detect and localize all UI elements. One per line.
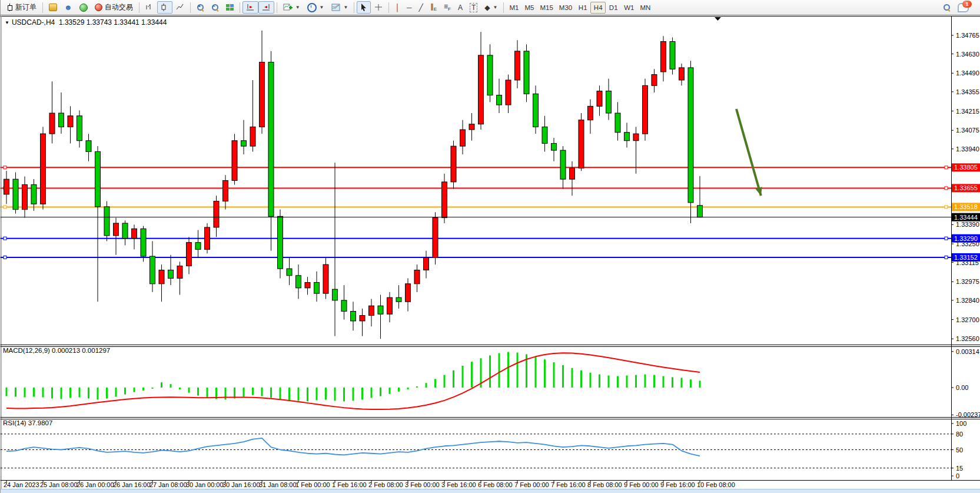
search-icon [943, 4, 951, 11]
shapes-icon: ◆ [484, 4, 490, 12]
zoom-out-button[interactable]: − [208, 1, 222, 14]
timeframe-group: M1M5M15M30H1H4D1W1MN [506, 2, 653, 14]
dropdown-arrow-icon: ▼ [295, 5, 300, 10]
svg-text:9 Feb 16:00: 9 Feb 16:00 [660, 481, 695, 488]
auto-scroll-button[interactable] [242, 1, 258, 14]
timeframe-w1-button[interactable]: W1 [621, 2, 637, 14]
arrows-tool-button[interactable]: ◆▼ [481, 1, 501, 14]
timeframe-m5-button[interactable]: M5 [521, 2, 537, 14]
zoom-in-button[interactable]: + [193, 1, 208, 14]
clock-icon [307, 3, 317, 12]
svg-text:30 Jan 00:00: 30 Jan 00:00 [186, 481, 224, 488]
notifications-button[interactable]: 1 [954, 1, 972, 14]
svg-text:31 Jan 08:00: 31 Jan 08:00 [259, 481, 297, 488]
search-button[interactable] [939, 1, 954, 14]
channel-tool-button[interactable]: ∥E [427, 1, 440, 14]
autotrade-button[interactable]: 自动交易 [91, 1, 137, 14]
svg-text:25 Jan 08:00: 25 Jan 08:00 [40, 481, 78, 488]
svg-text:1.34355: 1.34355 [956, 88, 979, 95]
new-chart-icon [283, 4, 293, 12]
zoom-in-icon: + [197, 4, 204, 11]
svg-text:-0.002376: -0.002376 [956, 411, 980, 418]
trading-app-window: 新订单 ☻ 自动交易 + − ▼ ▼ ▼ │ ─ ╱ ∥E ≡F A [0, 0, 980, 493]
chat-bubble-icon: 1 [958, 3, 969, 12]
timeframe-m15-button[interactable]: M15 [537, 2, 556, 14]
timeframe-mn-button[interactable]: MN [637, 2, 653, 14]
svg-text:26 Jan 16:00: 26 Jan 16:00 [113, 481, 151, 488]
timeframe-m30-button[interactable]: M30 [556, 2, 575, 14]
trendline-tool-button[interactable]: ╱ [415, 1, 426, 14]
fibonacci-tool-button[interactable]: ≡F [440, 1, 454, 14]
market-watch-button[interactable] [45, 1, 61, 14]
svg-text:1.34490: 1.34490 [956, 70, 979, 77]
dropdown-arrow-icon: ▼ [320, 5, 324, 10]
timeframe-h1-button[interactable]: H1 [575, 2, 590, 14]
new-chart-button[interactable]: ▼ [280, 1, 304, 14]
candlestick-chart-button[interactable] [157, 1, 172, 14]
horizontal-line-tool-button[interactable]: ─ [403, 1, 416, 14]
svg-text:24 Jan 2023: 24 Jan 2023 [4, 481, 39, 488]
svg-text:8 Feb 08:00: 8 Feb 08:00 [587, 481, 622, 488]
vertical-line-tool-button[interactable]: │ [391, 1, 403, 14]
chart-shift-icon [262, 4, 271, 11]
svg-text:2 Feb 08:00: 2 Feb 08:00 [368, 481, 403, 488]
navigator-button[interactable] [76, 1, 91, 14]
dropdown-arrow-icon: ▼ [344, 5, 348, 10]
tile-windows-button[interactable] [222, 1, 237, 14]
chart-title: ▼USDCAD-,H4 1.33529 1.33743 1.33441 1.33… [5, 18, 167, 27]
auto-scroll-icon [246, 4, 255, 11]
toolbar-separator [277, 2, 277, 13]
svg-text:7 Feb 00:00: 7 Feb 00:00 [514, 481, 549, 488]
bar-chart-button[interactable] [142, 1, 157, 14]
toolbar-separator [42, 2, 43, 13]
svg-text:7 Feb 16:00: 7 Feb 16:00 [551, 481, 586, 488]
svg-text:10 Feb 08:00: 10 Feb 08:00 [697, 481, 735, 488]
timeframe-m1-button[interactable]: M1 [506, 2, 521, 14]
text-icon: A [458, 4, 463, 12]
svg-text:1.34075: 1.34075 [956, 127, 979, 134]
svg-text:3 Feb 00:00: 3 Feb 00:00 [405, 481, 440, 488]
svg-text:100: 100 [956, 420, 966, 427]
fibonacci-icon: ≡F [444, 2, 451, 12]
timeframe-d1-button[interactable]: D1 [606, 2, 621, 14]
cursor-button[interactable] [357, 1, 371, 14]
svg-text:9 Feb 00:00: 9 Feb 00:00 [624, 481, 659, 488]
vertical-line-icon: │ [395, 4, 400, 12]
notification-badge: 1 [962, 1, 972, 8]
svg-text:1.34630: 1.34630 [956, 51, 979, 58]
crosshair-button[interactable] [371, 1, 386, 14]
chart-shift-button[interactable] [258, 1, 274, 14]
template-button[interactable]: ▼ [328, 1, 352, 14]
data-window-button[interactable]: ☻ [61, 1, 76, 14]
toolbar-separator [388, 2, 389, 13]
trendline-icon: ╱ [418, 4, 423, 12]
channel-icon: ∥E [430, 2, 437, 12]
text-label-tool-button[interactable]: T [466, 1, 481, 14]
svg-text:1 Feb 16:00: 1 Feb 16:00 [332, 481, 367, 488]
horizontal-scrollbar[interactable] [1, 489, 980, 493]
new-order-button[interactable]: 新订单 [3, 1, 40, 14]
text-tool-button[interactable]: A [454, 1, 466, 14]
autotrade-icon [95, 4, 102, 11]
svg-text:30 Jan 16:00: 30 Jan 16:00 [222, 481, 260, 488]
svg-text:0.00: 0.00 [956, 384, 968, 391]
timeframe-h4-button[interactable]: H4 [590, 2, 606, 14]
rsi-indicator-label: RSI(14) 37.9807 [3, 419, 52, 426]
toolbar-separator [190, 2, 191, 13]
user-icon: ☻ [64, 4, 72, 11]
chart-canvas[interactable]: 1.347651.346301.344901.343551.342151.340… [1, 0, 980, 493]
new-order-label: 新订单 [15, 2, 36, 12]
horizontal-line-icon: ─ [407, 4, 412, 12]
zoom-out-icon: − [211, 4, 219, 11]
new-order-icon [6, 4, 13, 11]
svg-text:1.32560: 1.32560 [956, 335, 979, 342]
svg-text:1.34215: 1.34215 [956, 108, 979, 115]
crosshair-icon [374, 4, 383, 11]
svg-text:1.33655: 1.33655 [954, 184, 978, 191]
period-button[interactable]: ▼ [304, 1, 328, 14]
ohlc-values: 1.33529 1.33743 1.33441 1.33444 [59, 18, 167, 27]
line-chart-button[interactable] [172, 1, 188, 14]
svg-text:15: 15 [956, 465, 963, 472]
svg-text:1.33940: 1.33940 [956, 145, 979, 153]
svg-text:1.33390: 1.33390 [956, 221, 979, 228]
